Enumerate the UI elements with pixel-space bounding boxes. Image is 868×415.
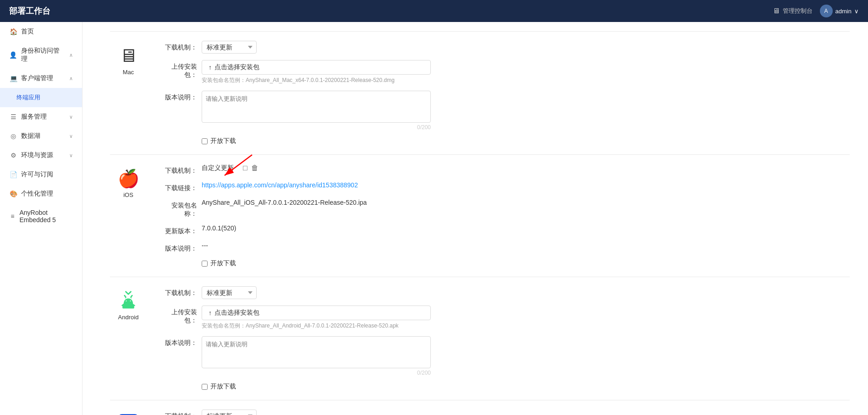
sidebar-item-label: 身份和访问管理 [21, 47, 66, 63]
android-open-download-label: 开放下载 [210, 382, 236, 391]
user-icon: 👤 [9, 51, 17, 59]
sidebar-item-datalake[interactable]: ◎ 数据湖 ∨ [0, 126, 82, 146]
android-version-note-input[interactable] [202, 336, 431, 368]
svg-point-4 [126, 300, 126, 301]
sidebar-item-label: 终端应用 [16, 93, 40, 102]
android-download-mechanism-select[interactable]: 标准更新 自定义更新 [202, 286, 257, 299]
mac-version-note-row: 版本说明： 0/200 [160, 91, 850, 131]
chevron-icon: ∧ [69, 76, 73, 82]
ios-download-link-row: 下载链接： https://apps.apple.com/cn/app/anys… [160, 181, 850, 192]
ios-package-name-label: 安装包名称： [160, 199, 197, 218]
office-download-mechanism-label: 下载机制： [160, 410, 197, 415]
ios-version-note-content: --- [202, 242, 850, 249]
chevron-icon: ∧ [69, 52, 73, 58]
ios-form: 下载机制： 自定义更新 □ 🗑 下载链接： htt [160, 164, 850, 268]
env-icon: ⚙ [9, 151, 17, 159]
android-open-download-checkbox-row: 开放下载 [202, 382, 236, 391]
ios-download-link-value: https://apps.apple.com/cn/app/anyshare/i… [202, 181, 358, 189]
android-upload-row: 上传安装包： ↑ 点击选择安装包 安装包命名范例：AnyShare_All_An… [160, 306, 850, 330]
upload-icon: ↑ [209, 64, 212, 71]
ios-download-mechanism-row: 下载机制： 自定义更新 □ 🗑 [160, 164, 850, 175]
ios-open-download-checkbox[interactable] [202, 261, 208, 267]
sidebar-item-anyrobot[interactable]: ≡ AnyRobot Embedded 5 [0, 203, 82, 229]
content-area: 🖥 Mac 下载机制： 标准更新 自定义更新 [82, 22, 868, 415]
ios-platform-icon-area: 🍎 iOS [110, 164, 147, 268]
sidebar-item-terminal[interactable]: 终端应用 [0, 88, 82, 107]
mac-upload-button[interactable]: ↑ 点击选择安装包 [202, 60, 431, 75]
mac-version-note-input[interactable] [202, 91, 431, 123]
mac-section: 🖥 Mac 下载机制： 标准更新 自定义更新 [110, 31, 850, 154]
sidebar-item-label: 许可与订阅 [21, 170, 53, 179]
ios-version-note-row: 版本说明： --- [160, 242, 850, 253]
sidebar-item-service[interactable]: ☰ 服务管理 ∨ [0, 107, 82, 126]
ios-update-version-content: 7.0.0.1(520) [202, 224, 850, 232]
sidebar-item-license[interactable]: 📄 许可与订阅 [0, 165, 82, 184]
topbar-right: 🖥 管理控制台 A admin ∨ [773, 5, 859, 17]
sidebar-item-label: 个性化管理 [21, 190, 53, 198]
app-title: 部署工作台 [9, 5, 50, 16]
android-open-download-row: 开放下载 [160, 382, 850, 391]
android-open-download-checkbox[interactable] [202, 384, 208, 390]
ios-update-version-value: 7.0.0.1(520) [202, 224, 236, 232]
mac-upload-row: 上传安装包： ↑ 点击选择安装包 安装包命名范例：AnyShare_All_Ma… [160, 60, 850, 84]
personal-icon: 🎨 [9, 190, 17, 198]
ios-open-download-spacer [160, 259, 197, 262]
mac-upload-content: ↑ 点击选择安装包 安装包命名范例：AnyShare_All_Mac_x64-7… [202, 60, 850, 84]
admin-menu[interactable]: A admin ∨ [820, 5, 859, 17]
ios-download-link-label: 下载链接： [160, 181, 197, 192]
svg-rect-6 [124, 304, 132, 308]
topbar: 部署工作台 🖥 管理控制台 A admin ∨ [0, 0, 868, 22]
mac-upload-btn-text: 点击选择安装包 [214, 63, 259, 71]
android-download-mechanism-label: 下载机制： [160, 286, 197, 297]
mac-platform-label: Mac [123, 69, 134, 76]
console-button[interactable]: 🖥 管理控制台 [773, 7, 813, 15]
ios-download-mechanism-content: 自定义更新 □ 🗑 [202, 164, 850, 172]
mac-file-hint: 安装包命名范例：AnyShare_All_Mac_x64-7.0.0.1-202… [202, 76, 850, 84]
mac-upload-label: 上传安装包： [160, 60, 197, 79]
main-content: 🖥 Mac 下载机制： 标准更新 自定义更新 [82, 22, 868, 415]
sidebar-item-client[interactable]: 💻 客户端管理 ∧ [0, 69, 82, 88]
office-download-mechanism-select[interactable]: 标准更新 自定义更新 [202, 410, 257, 415]
ios-package-name-row: 安装包名称： AnyShare_All_iOS_All-7.0.0.1-2020… [160, 199, 850, 218]
service-icon: ☰ [9, 113, 17, 121]
sidebar-item-identity[interactable]: 👤 身份和访问管理 ∧ [0, 41, 82, 69]
mac-download-mechanism-row: 下载机制： 标准更新 自定义更新 [160, 41, 850, 54]
mac-form: 下载机制： 标准更新 自定义更新 上传安装包： [160, 41, 850, 145]
ios-action-icons: □ 🗑 [243, 164, 258, 172]
ios-download-link-content: https://apps.apple.com/cn/app/anyshare/i… [202, 181, 850, 189]
android-download-mechanism-row: 下载机制： 标准更新 自定义更新 [160, 286, 850, 299]
android-version-note-row: 版本说明： 0/200 [160, 336, 850, 376]
mac-version-note-label: 版本说明： [160, 91, 197, 102]
ios-download-mechanism-label: 下载机制： [160, 164, 197, 175]
android-file-hint: 安装包命名范例：AnyShare_All_Android_All-7.0.0.1… [202, 322, 850, 330]
mac-version-note-count: 0/200 [202, 124, 431, 131]
office-platform-icon-area: 🚀 [110, 410, 147, 415]
sidebar-item-label: 数据湖 [21, 132, 40, 140]
console-label: 管理控制台 [783, 7, 813, 15]
mac-download-mechanism-select[interactable]: 标准更新 自定义更新 [202, 41, 257, 54]
delete-icon[interactable]: 🗑 [251, 164, 258, 172]
ios-update-version-row: 更新版本： 7.0.0.1(520) [160, 224, 850, 235]
svg-line-7 [125, 295, 126, 297]
android-icon [118, 291, 138, 311]
android-version-note-label: 版本说明： [160, 336, 197, 347]
ios-open-download-checkbox-row: 开放下载 [202, 259, 236, 268]
ios-platform-label: iOS [123, 191, 133, 198]
client-icon: 💻 [9, 74, 17, 82]
mac-open-download-checkbox[interactable] [202, 138, 208, 144]
datalake-icon: ◎ [9, 132, 17, 140]
license-icon: 📄 [9, 170, 17, 179]
admin-label: admin [835, 8, 852, 15]
apple-icon: 🍎 [118, 169, 139, 189]
mac-open-download-spacer [160, 137, 197, 140]
android-upload-content: ↑ 点击选择安装包 安装包命名范例：AnyShare_All_Android_A… [202, 306, 850, 330]
sidebar-item-home[interactable]: 🏠 首页 [0, 22, 82, 41]
android-upload-btn-text: 点击选择安装包 [214, 309, 259, 317]
edit-icon[interactable]: □ [243, 164, 247, 172]
sidebar-item-env[interactable]: ⚙ 环境与资源 ∨ [0, 146, 82, 165]
android-upload-button[interactable]: ↑ 点击选择安装包 [202, 306, 431, 320]
ios-download-mechanism-value: 自定义更新 [202, 164, 234, 172]
sidebar-item-personal[interactable]: 🎨 个性化管理 [0, 184, 82, 203]
android-section: Android 下载机制： 标准更新 自定义更新 [110, 277, 850, 400]
mac-open-download-label: 开放下载 [210, 137, 236, 145]
